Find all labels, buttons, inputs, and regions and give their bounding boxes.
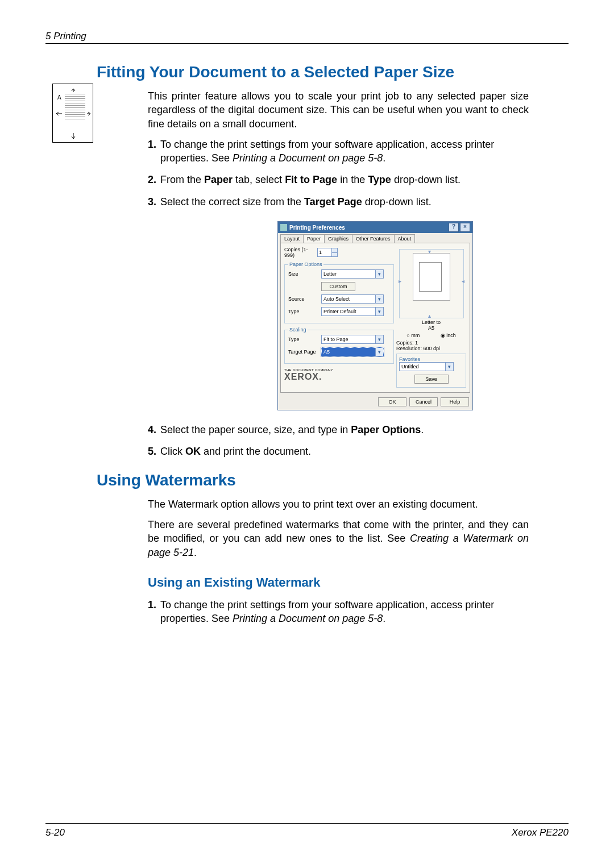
- source-combo[interactable]: Auto Select▾: [321, 294, 384, 304]
- favorites-combo[interactable]: Untitled▾: [399, 362, 454, 371]
- step-item: 5. Click OK and print the document.: [148, 445, 529, 458]
- triangle-up-icon: ▴: [428, 313, 431, 319]
- type-label: Type: [288, 309, 321, 314]
- cancel-button[interactable]: Cancel: [409, 397, 438, 406]
- chevron-down-icon[interactable]: ▾: [375, 295, 383, 303]
- spin-down-icon[interactable]: [332, 253, 337, 257]
- tab-strip: Layout Paper Graphics Other Features Abo…: [278, 233, 472, 243]
- printer-icon: [280, 224, 287, 231]
- fit-to-page-diagram: A: [52, 84, 93, 143]
- custom-size-button[interactable]: Custom: [321, 282, 355, 291]
- preview-caption: Letter to A5: [396, 319, 466, 331]
- steps-list-a: 1. To change the print settings from you…: [148, 138, 529, 209]
- save-button[interactable]: Save: [414, 375, 449, 384]
- radio-inch[interactable]: inch: [441, 333, 456, 338]
- tab-paper[interactable]: Paper: [303, 234, 325, 243]
- triangle-left-icon: ◂: [462, 278, 464, 284]
- size-combo[interactable]: Letter▾: [321, 269, 384, 279]
- help-button[interactable]: Help: [441, 397, 469, 406]
- intro-paragraph: This printer feature allows you to scale…: [148, 89, 529, 131]
- scale-type-combo[interactable]: Fit to Page▾: [321, 335, 384, 344]
- triangle-down-icon: ▾: [428, 248, 431, 255]
- steps-list-b: 4. Select the paper source, size, and ty…: [148, 423, 529, 459]
- dialog-titlebar[interactable]: Printing Preferences ? ×: [278, 222, 472, 233]
- favorites-group: Favorites Untitled▾ Save: [396, 354, 466, 388]
- scaling-group: Scaling Type Fit to Page▾ Target Page A5…: [284, 327, 394, 364]
- spin-up-icon[interactable]: [332, 248, 337, 253]
- tab-other-features[interactable]: Other Features: [352, 234, 395, 243]
- header-rule: [45, 43, 569, 44]
- tab-about[interactable]: About: [394, 234, 416, 243]
- chevron-down-icon[interactable]: ▾: [375, 348, 383, 356]
- tab-graphics[interactable]: Graphics: [324, 234, 352, 243]
- source-label: Source: [288, 296, 321, 302]
- target-page-label: Target Page: [288, 349, 321, 355]
- heading-watermarks: Using Watermarks: [97, 471, 569, 489]
- step-item: 1. To change the print settings from you…: [148, 598, 529, 626]
- close-icon[interactable]: ×: [460, 223, 470, 232]
- step-item: 1. To change the print settings from you…: [148, 138, 529, 165]
- heading-fit-to-page: Fitting Your Document to a Selected Pape…: [97, 63, 569, 81]
- help-icon[interactable]: ?: [449, 223, 459, 232]
- subheading-existing-watermark: Using an Existing Watermark: [148, 575, 569, 590]
- chevron-down-icon[interactable]: ▾: [375, 270, 383, 278]
- xerox-brand: THE DOCUMENT COMPANY XEROX.: [284, 368, 394, 382]
- chevron-down-icon[interactable]: ▾: [375, 308, 383, 315]
- chevron-down-icon[interactable]: ▾: [445, 363, 453, 371]
- size-label: Size: [288, 271, 321, 277]
- chevron-down-icon[interactable]: ▾: [375, 335, 383, 343]
- page-preview: ▾ ▴ ▸ ◂: [399, 249, 464, 318]
- watermark-p2: There are several predefined watermarks …: [148, 518, 529, 559]
- scale-type-label: Type: [288, 337, 321, 342]
- scaling-legend: Scaling: [288, 327, 308, 333]
- favorites-legend: Favorites: [399, 356, 463, 362]
- ok-button[interactable]: OK: [378, 397, 406, 406]
- info-copies: Copies: 1: [396, 340, 466, 346]
- tab-layout[interactable]: Layout: [280, 234, 304, 243]
- diagram-letter: A: [57, 94, 61, 101]
- running-header: 5 Printing: [45, 31, 569, 42]
- copies-input[interactable]: [318, 248, 331, 256]
- type-combo[interactable]: Printer Default▾: [321, 307, 384, 316]
- page-footer: 5-20 Xerox PE220: [45, 823, 569, 838]
- radio-mm[interactable]: mm: [406, 333, 420, 338]
- step-item: 2. From the Paper tab, select Fit to Pag…: [148, 173, 529, 186]
- unit-radios: mm inch: [396, 333, 466, 338]
- info-resolution: Resolution: 600 dpi: [396, 346, 466, 351]
- copies-label: Copies (1-999): [284, 247, 317, 258]
- printing-preferences-dialog: Printing Preferences ? × Layout Paper Gr…: [277, 221, 473, 410]
- watermark-p1: The Watermark option allows you to print…: [148, 497, 529, 511]
- dialog-title: Printing Preferences: [289, 225, 345, 231]
- target-page-combo[interactable]: A5▾: [321, 347, 384, 356]
- step-item: 3. Select the correct size from the Targ…: [148, 195, 529, 209]
- step-item: 4. Select the paper source, size, and ty…: [148, 423, 529, 437]
- paper-options-legend: Paper Options: [288, 261, 323, 267]
- triangle-right-icon: ▸: [399, 278, 401, 284]
- product-name: Xerox PE220: [512, 827, 569, 838]
- paper-options-group: Paper Options Size Letter▾ Custom Source…: [284, 261, 394, 323]
- page-number: 5-20: [45, 827, 65, 838]
- steps-list-watermark: 1. To change the print settings from you…: [148, 598, 529, 626]
- copies-spinner[interactable]: [317, 248, 338, 257]
